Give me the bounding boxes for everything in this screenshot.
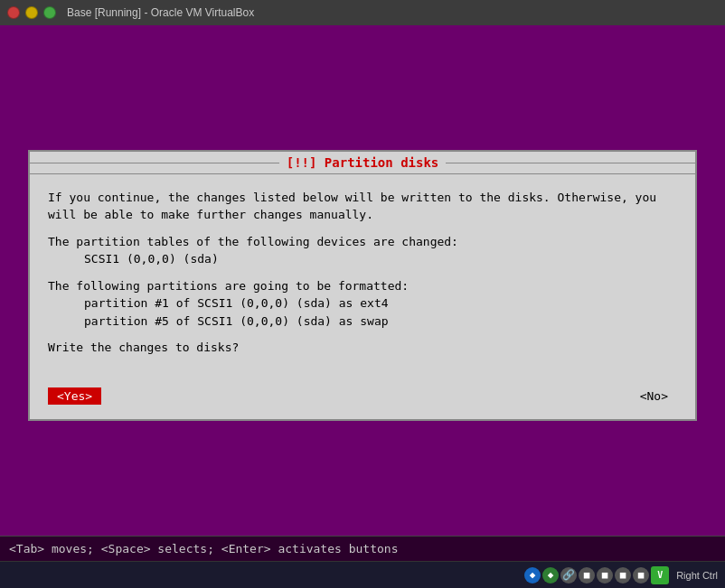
tray-icon-4[interactable]: ■: [579, 567, 595, 583]
dialog-title: [!!] Partition disks: [279, 155, 447, 170]
right-ctrl-label: Right Ctrl: [676, 570, 718, 581]
partition-dialog: [!!] Partition disks If you continue, th…: [28, 150, 697, 421]
close-button[interactable]: [7, 6, 20, 19]
status-bar: <Tab> moves; <Space> selects; <Enter> ac…: [0, 536, 725, 561]
dialog-title-bar: [!!] Partition disks: [30, 152, 695, 174]
tray-icon-3[interactable]: 🔗: [560, 567, 577, 583]
status-text: <Tab> moves; <Space> selects; <Enter> ac…: [9, 542, 398, 555]
vm-area: [!!] Partition disks If you continue, th…: [0, 25, 725, 536]
tray-icon-6[interactable]: ■: [615, 567, 631, 583]
system-tray: ◆ ◆ 🔗 ■ ■ ■ ■ V: [524, 566, 669, 584]
maximize-button[interactable]: [43, 6, 56, 19]
tray-icon-5[interactable]: ■: [597, 567, 613, 583]
minimize-button[interactable]: [25, 6, 38, 19]
window-title: Base [Running] - Oracle VM VirtualBox: [67, 6, 254, 19]
body-paragraph-2: The partition tables of the following de…: [48, 233, 677, 268]
vbox-icon[interactable]: V: [651, 566, 669, 584]
dialog-content: If you continue, the changes listed belo…: [30, 174, 695, 380]
tray-icon-7[interactable]: ■: [633, 567, 649, 583]
no-button[interactable]: <No>: [631, 387, 677, 405]
body-paragraph-1: If you continue, the changes listed belo…: [48, 189, 677, 224]
dialog-buttons: <Yes> <No>: [30, 380, 695, 419]
write-changes-question: Write the changes to disks?: [48, 339, 677, 357]
tray-icon-1[interactable]: ◆: [524, 567, 541, 583]
body-paragraph-3: The following partitions are going to be…: [48, 277, 677, 331]
tray-icon-2[interactable]: ◆: [542, 567, 559, 583]
taskbar: ◆ ◆ 🔗 ■ ■ ■ ■ V Right Ctrl: [0, 561, 725, 588]
yes-button[interactable]: <Yes>: [48, 387, 101, 405]
titlebar: Base [Running] - Oracle VM VirtualBox: [0, 0, 725, 25]
